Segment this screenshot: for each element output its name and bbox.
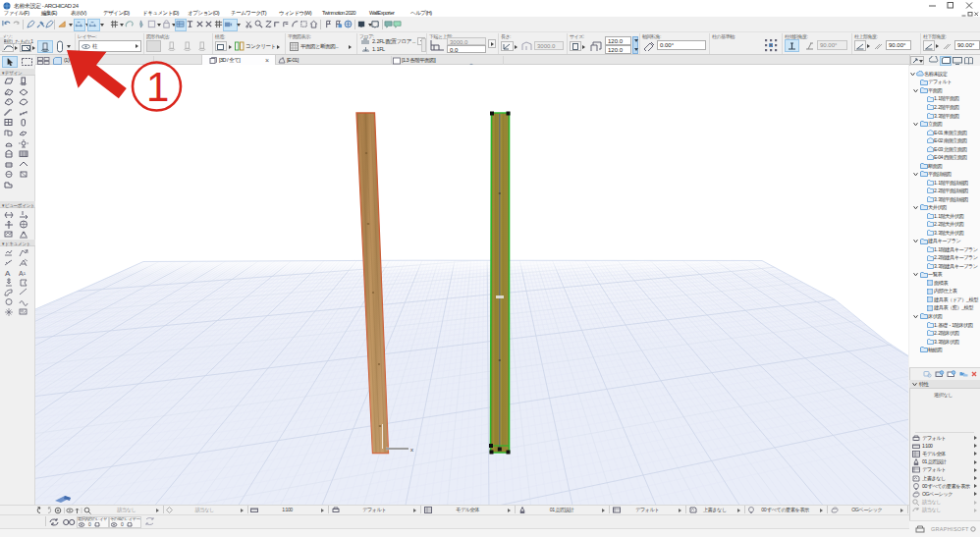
svg-text:1: 1 [146,64,169,110]
